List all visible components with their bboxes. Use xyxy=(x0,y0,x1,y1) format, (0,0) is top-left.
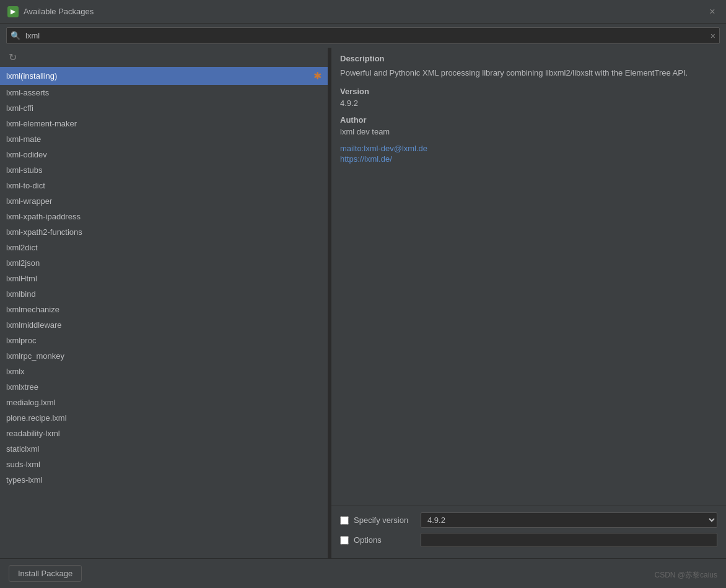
website-link[interactable]: https://lxml.de/ xyxy=(340,154,717,164)
search-input[interactable] xyxy=(24,28,707,43)
package-item[interactable]: lxmlmiddleware xyxy=(0,317,328,333)
version-value: 4.9.2 xyxy=(340,99,717,108)
specify-version-checkbox[interactable] xyxy=(340,516,349,525)
package-item[interactable]: lxml2dict xyxy=(0,240,328,255)
package-item[interactable]: suds-lxml xyxy=(0,457,328,472)
package-item[interactable]: lxmlmechanize xyxy=(0,302,328,317)
packages-panel: ↻ lxml(installing)✱lxml-assertslxml-cffi… xyxy=(0,48,328,558)
description-label: Description xyxy=(340,54,385,63)
specify-version-label: Specify version xyxy=(354,516,416,525)
description-content: Powerful and Pythonic XML processing lib… xyxy=(331,67,726,506)
specify-version-row: Specify version 4.9.2 xyxy=(340,512,717,528)
package-item[interactable]: lxml-mate xyxy=(0,131,328,147)
package-item[interactable]: lxml-xpath-ipaddress xyxy=(0,209,328,224)
package-item[interactable]: lxmlproc xyxy=(0,333,328,348)
package-item[interactable]: lxml-asserts xyxy=(0,85,328,100)
package-item[interactable]: lxml-xpath2-functions xyxy=(0,224,328,240)
package-item[interactable]: lxml-stubs xyxy=(0,162,328,178)
options-checkbox[interactable] xyxy=(340,536,349,545)
package-item[interactable]: lxml-odidev xyxy=(0,147,328,162)
specify-version-select[interactable]: 4.9.2 xyxy=(421,512,717,528)
options-row: Options xyxy=(340,533,717,547)
refresh-button[interactable]: ↻ xyxy=(6,50,19,64)
package-item[interactable]: medialog.lxml xyxy=(0,395,328,410)
description-header: Description xyxy=(331,48,726,67)
author-value: lxml dev team xyxy=(340,127,717,136)
author-label: Author xyxy=(340,115,717,125)
package-item[interactable]: lxml-element-maker xyxy=(0,116,328,131)
watermark: CSDN @苏黎caius xyxy=(654,570,717,581)
bottom-options-panel: Specify version 4.9.2 Options xyxy=(331,506,726,558)
install-package-button[interactable]: Install Package xyxy=(9,565,82,582)
package-item[interactable]: lxml-wrapper xyxy=(0,193,328,209)
close-button[interactable]: × xyxy=(706,6,719,18)
email-link[interactable]: mailto:lxml-dev@lxml.de xyxy=(340,144,717,153)
available-packages-dialog: ▶ Available Packages × 🔍 × ↻ lxml(instal… xyxy=(0,0,726,588)
packages-list: lxml(installing)✱lxml-assertslxml-cffilx… xyxy=(0,67,328,558)
version-label: Version xyxy=(340,87,717,96)
search-clear-icon[interactable]: × xyxy=(707,31,719,41)
package-item[interactable]: lxmlHtml xyxy=(0,271,328,286)
package-item[interactable]: plone.recipe.lxml xyxy=(0,410,328,426)
package-item[interactable]: lxml-to-dict xyxy=(0,178,328,193)
search-icon: 🔍 xyxy=(7,31,24,40)
package-item[interactable]: lxmlrpc_monkey xyxy=(0,348,328,364)
package-item[interactable]: types-lxml xyxy=(0,472,328,488)
package-item[interactable]: lxml(installing)✱ xyxy=(0,67,328,85)
package-item[interactable]: lxml2json xyxy=(0,255,328,271)
dialog-title: Available Packages xyxy=(24,7,706,16)
main-content: ↻ lxml(installing)✱lxml-assertslxml-cffi… xyxy=(0,48,726,558)
description-text: Powerful and Pythonic XML processing lib… xyxy=(340,67,717,79)
package-item[interactable]: lxmlbind xyxy=(0,286,328,302)
search-input-wrap: 🔍 × xyxy=(6,27,720,44)
dialog-footer: Install Package xyxy=(0,558,726,588)
options-label: Options xyxy=(354,535,416,545)
search-bar: 🔍 × xyxy=(0,24,726,48)
app-icon: ▶ xyxy=(7,6,19,17)
refresh-row: ↻ xyxy=(0,48,328,67)
package-item[interactable]: lxmlxtree xyxy=(0,379,328,395)
description-panel: Description Powerful and Pythonic XML pr… xyxy=(331,48,726,558)
package-item[interactable]: readability-lxml xyxy=(0,426,328,441)
package-item[interactable]: lxmlx xyxy=(0,364,328,379)
options-input[interactable] xyxy=(421,533,717,547)
package-item[interactable]: staticlxml xyxy=(0,441,328,457)
package-item[interactable]: lxml-cffi xyxy=(0,100,328,116)
title-bar: ▶ Available Packages × xyxy=(0,0,726,24)
